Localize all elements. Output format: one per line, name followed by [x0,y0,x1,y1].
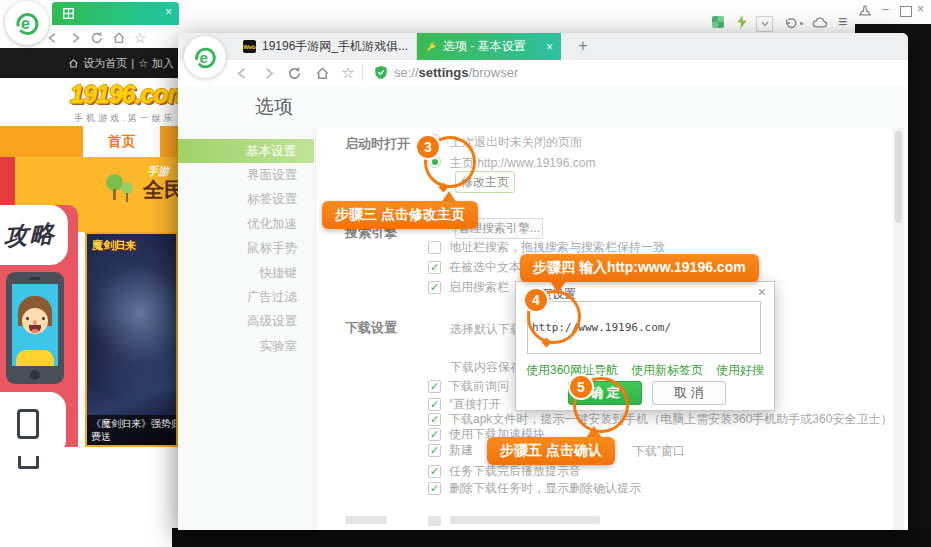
phone-screen [12,284,58,366]
strategy-bubble[interactable]: 攻略 [0,205,68,265]
section-startup-label: 启动时打开 [345,135,410,153]
grid-icon [63,8,74,19]
tab-title: 选项 - 基本设置 [443,38,540,55]
add-favorite-link[interactable]: 加入 [152,56,174,71]
sidebar-item-shortcuts[interactable]: 快捷键 [178,261,315,285]
checkbox-row-fragment: 下载”窗口 [633,443,685,460]
page-title: 选项 [255,86,293,128]
checkbox-row: 删除下载任务时，显示删除确认提示 [428,481,641,496]
checkbox[interactable] [428,465,441,478]
page-dark-area [172,528,931,547]
sidebar-item-gestures[interactable]: 鼠标手势 [178,236,315,260]
new-tab-button[interactable]: + [573,36,593,56]
game-banner[interactable]: 魔剑归来 《魔剑归来》强势归来 费送 [85,232,178,447]
favorites-star-icon[interactable]: ☆ [340,65,356,81]
back-icon[interactable] [46,31,60,45]
undo-icon[interactable] [784,16,798,30]
checkbox[interactable] [428,261,441,274]
back-icon[interactable] [234,65,250,81]
extensions-dropdown-icon[interactable] [756,16,773,32]
page-dark-area [905,45,931,547]
bg-nav-toolbar: ☆ [46,29,147,47]
forward-icon[interactable] [260,65,276,81]
restore-icon[interactable] [900,4,912,17]
scrollbar[interactable] [893,128,904,530]
home-icon[interactable] [314,65,330,81]
close-icon[interactable]: × [165,5,172,19]
step5-number-badge: 5 [568,374,594,400]
tab-site[interactable]: Web 19196手游网_手机游戏俱... [235,33,417,60]
phone-outline-icon [17,409,39,439]
sidebar-item-advanced[interactable]: 高级设置 [178,309,315,333]
close-icon[interactable]: × [917,2,924,16]
cancel-button[interactable]: 取 消 [652,381,726,405]
close-icon[interactable]: × [546,40,553,54]
widget-bubble[interactable] [0,392,66,456]
site-logo[interactable]: 19196.com [70,80,189,109]
browser-logo-icon: e [5,1,49,45]
checkbox[interactable] [428,241,441,254]
checkbox-row: 新建 [428,443,473,458]
sidebar-item-adblock[interactable]: 广告过滤 [178,285,315,309]
close-icon[interactable]: × [758,284,766,300]
nav-toolbar: ☆ se://settings/browser [178,60,908,87]
tab-settings[interactable]: 选项 - 基本设置 × [417,33,561,60]
bg-active-tab[interactable]: × [52,2,179,25]
menu-icon[interactable]: ≡ [838,13,847,31]
settings-page-header: 选项 [178,86,908,129]
step4-callout: 步骤四 输入http:www.19196.com [520,254,759,282]
step3-number-badge: 3 [415,134,441,160]
scrollbar-thumb[interactable] [895,131,902,223]
checkbox[interactable] [428,398,441,411]
sidebar-item-lab[interactable]: 实验室 [178,334,315,358]
checkbox-row: 地址栏搜索，拖拽搜索与搜索栏保持一致 [428,240,665,255]
checkbox[interactable] [428,482,441,495]
reload-icon[interactable] [90,31,104,45]
reload-icon[interactable] [286,65,302,81]
strategy-label: 攻略 [4,217,56,253]
forward-icon[interactable] [68,31,82,45]
screenshot-canvas: e × ☆ 设为首页 | ☆ 加入 19196.com 手机游戏.第一娱乐 首页… [0,0,931,547]
sidebar-item-optimize[interactable]: 优化加速 [178,212,315,236]
sidebar-item-interface[interactable]: 界面设置 [178,163,315,187]
sidebar-item-tabs[interactable]: 标签设置 [178,187,315,211]
browser-logo-icon: e [184,36,226,78]
banner-text-big: 全民 [143,176,178,204]
game-title: 魔剑归来 [92,238,136,253]
lightning-icon[interactable] [736,15,748,29]
clipped-section-label [345,516,387,524]
set-homepage-link[interactable]: 设为首页 [83,56,127,71]
dropdown-dot-icon[interactable] [800,22,803,25]
checkbox[interactable] [428,281,441,294]
checkbox[interactable] [428,413,441,426]
home-icon [68,58,79,69]
site-top-bar: 设为首页 | ☆ 加入 [0,48,178,78]
screenshot-icon[interactable] [712,16,724,28]
site-favicon: Web [243,40,256,53]
sidebar-item-basic[interactable]: 基本设置 [178,139,314,163]
clipped-checkbox [428,516,441,526]
dialog-links: 使用360网址导航 使用新标签页 使用好搜 [516,362,774,379]
site-lower-panel [0,447,178,547]
site-nav-home-tab[interactable]: 首页 [83,126,160,157]
step4-number-badge: 4 [523,287,549,313]
star-icon: ☆ [138,57,148,70]
url-text[interactable]: se://settings/browser [394,65,518,80]
skin-icon[interactable] [858,4,872,17]
checkbox[interactable] [428,380,441,393]
wrench-icon [425,41,437,53]
address-bar[interactable]: se://settings/browser [374,65,518,80]
cloud-icon[interactable] [812,16,828,29]
tree-trunk [126,193,128,202]
game-caption: 《魔剑归来》强势归来 费送 [87,415,176,445]
checkbox[interactable] [428,444,441,457]
checkbox-row: 下载前询问 [428,379,509,394]
shield-icon [374,65,388,80]
favorites-star-icon[interactable]: ☆ [134,31,147,45]
minimize-icon[interactable]: – [882,2,889,16]
use-new-tab-link[interactable]: 使用新标签页 [631,362,703,379]
svg-text:e: e [21,15,30,32]
checkbox[interactable] [428,428,441,441]
home-icon[interactable] [112,31,126,45]
use-haosou-link[interactable]: 使用好搜 [716,362,764,379]
